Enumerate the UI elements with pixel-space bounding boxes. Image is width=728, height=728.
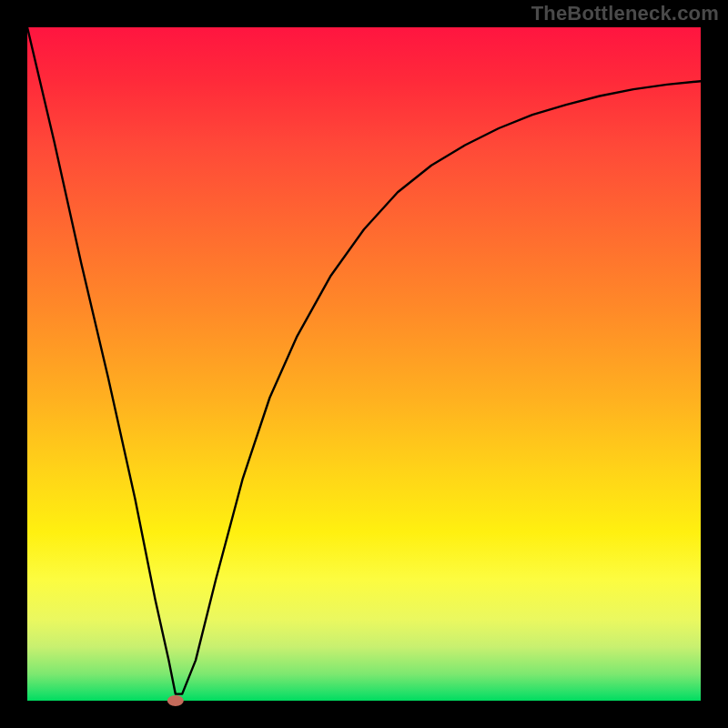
bottleneck-curve xyxy=(27,27,701,694)
plot-svg xyxy=(27,27,701,701)
plot-area xyxy=(27,27,701,701)
marker-dot xyxy=(167,695,184,706)
chart-frame: TheBottleneck.com xyxy=(0,0,728,728)
watermark-text: TheBottleneck.com xyxy=(531,2,719,25)
